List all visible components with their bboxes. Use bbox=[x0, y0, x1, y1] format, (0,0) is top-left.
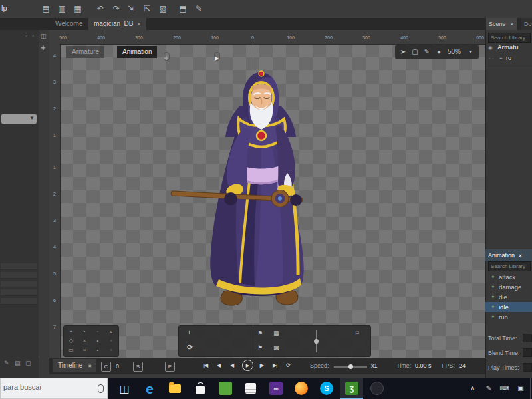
tab-partial[interactable]: Do bbox=[521, 18, 532, 30]
pose-tool-icon[interactable]: • bbox=[92, 346, 104, 354]
scene-search-input[interactable] bbox=[488, 33, 531, 43]
import-resource-icon[interactable]: ⇱ bbox=[140, 3, 154, 15]
magician-character[interactable] bbox=[170, 65, 336, 313]
play-button[interactable]: ▶ bbox=[242, 360, 253, 371]
pose-tool-icon[interactable]: ▭ bbox=[65, 346, 77, 354]
texture-set-icon[interactable]: ▧ bbox=[156, 3, 170, 15]
pen-tool-icon[interactable]: ✎ bbox=[422, 45, 432, 59]
animation-item-attack[interactable]: ✦ attack bbox=[485, 272, 532, 282]
toggle-s-button[interactable]: S bbox=[133, 362, 143, 372]
tray-chevron-up-icon[interactable]: ∧ bbox=[466, 378, 480, 399]
menu-label[interactable]: lp bbox=[1, 4, 7, 12]
tray-photos-icon[interactable]: ▣ bbox=[513, 378, 528, 399]
pose-tool-icon[interactable]: • bbox=[92, 336, 104, 345]
pen-icon[interactable]: ✎ bbox=[4, 360, 9, 366]
left-panel-dropdown[interactable]: ▼ bbox=[1, 114, 37, 124]
pose-tool-icon[interactable]: ◦ bbox=[92, 327, 104, 336]
pose-tool-icon[interactable]: + bbox=[65, 327, 77, 336]
chevron-down-icon[interactable]: ▼ bbox=[466, 45, 476, 59]
frame-icon[interactable]: ▢ bbox=[25, 360, 31, 366]
microphone-icon[interactable] bbox=[98, 384, 104, 393]
undo-icon[interactable]: ↶ bbox=[93, 3, 108, 15]
eye-icon[interactable]: ◉ bbox=[488, 43, 493, 53]
pose-tool-icon[interactable]: s bbox=[105, 327, 117, 336]
tab-armature-mode[interactable]: ✚Armature bbox=[66, 46, 104, 58]
publish-icon[interactable]: ✎ bbox=[192, 3, 206, 15]
taskbar-app-green[interactable] bbox=[214, 378, 237, 399]
visibility-dots-icon[interactable]: · · bbox=[489, 53, 494, 63]
tab-timeline[interactable]: Timeline ✕ bbox=[53, 359, 96, 372]
skip-to-end-button[interactable]: ▶| bbox=[273, 362, 277, 368]
taskbar-app-dragonbones[interactable]: ʒ bbox=[340, 378, 363, 399]
loop-toggle-button[interactable]: ⟳ bbox=[286, 362, 291, 368]
expand-plus-icon[interactable]: + bbox=[499, 53, 503, 63]
toggle-e-button[interactable]: E bbox=[165, 362, 175, 372]
animation-item-idle[interactable]: ✦ idle bbox=[485, 302, 532, 312]
export-icon[interactable]: ⬒ bbox=[176, 3, 190, 15]
blend-time-input[interactable] bbox=[523, 348, 532, 357]
panel-icon[interactable]: ▫ bbox=[25, 32, 27, 39]
tab-welcome[interactable]: Welcome bbox=[50, 18, 88, 30]
zoom-level[interactable]: 50% bbox=[444, 45, 464, 59]
tab-animation-mode[interactable]: ▶Animation bbox=[117, 46, 157, 58]
toggle-c-button[interactable]: C bbox=[101, 362, 111, 372]
pose-tool-icon[interactable]: ◦ bbox=[105, 336, 117, 345]
panel-icon[interactable]: ▫ bbox=[32, 32, 34, 39]
pose-tool-icon[interactable]: × bbox=[78, 336, 90, 345]
close-icon[interactable]: ✕ bbox=[510, 22, 514, 27]
flag-loop-icon[interactable]: ⚑ bbox=[257, 344, 263, 352]
new-project-icon[interactable]: ▤ bbox=[39, 3, 53, 15]
pose-tool-icon[interactable]: • bbox=[78, 327, 90, 336]
taskbar-app-media[interactable] bbox=[366, 378, 388, 399]
animation-item-run[interactable]: ✦ run bbox=[485, 312, 532, 322]
pose-tool-icon[interactable]: ◇ bbox=[65, 336, 77, 345]
taskbar-search-input[interactable] bbox=[2, 382, 91, 392]
taskbar-app-skype[interactable]: S bbox=[315, 378, 338, 399]
close-icon[interactable]: ✕ bbox=[136, 21, 141, 27]
tab-magician-db[interactable]: magician_DB✕ bbox=[88, 18, 146, 30]
onion-skin-before-icon[interactable]: ▦ bbox=[273, 329, 279, 337]
scene-tree-row[interactable]: ◉ Armatu bbox=[485, 43, 532, 53]
task-view-button[interactable]: ◫ bbox=[113, 378, 136, 399]
skip-to-start-button[interactable]: |◀ bbox=[203, 362, 207, 368]
animation-item-damage[interactable]: ✦ damage bbox=[485, 282, 532, 292]
scene-tree-row[interactable]: · · + ro bbox=[485, 53, 532, 63]
open-project-icon[interactable]: ▥ bbox=[55, 3, 69, 15]
pose-tool-icon[interactable]: ◦ bbox=[105, 346, 117, 354]
pose-tool-icon[interactable]: × bbox=[78, 346, 90, 354]
tray-pen-icon[interactable]: ✎ bbox=[481, 378, 496, 399]
animation-search-input[interactable] bbox=[488, 261, 531, 271]
play-backward-button[interactable]: ◀ bbox=[230, 362, 233, 368]
layers-icon[interactable]: ▤ bbox=[15, 360, 21, 366]
taskbar-app-edge[interactable]: e bbox=[138, 378, 161, 399]
panel-toggle-icon[interactable]: ◫ bbox=[41, 33, 47, 39]
cursor-tool-icon[interactable]: ➤ bbox=[398, 45, 408, 59]
play-times-input[interactable] bbox=[523, 363, 532, 372]
rotate-tool-icon[interactable]: ⟳ bbox=[187, 343, 193, 351]
prev-frame-button[interactable]: ◀| bbox=[217, 362, 221, 368]
taskbar-app-store[interactable] bbox=[189, 378, 211, 399]
move-tool-icon[interactable]: + bbox=[187, 329, 192, 336]
flag-prev-icon[interactable]: ⚑ bbox=[257, 329, 263, 337]
display-mode-icon[interactable]: ● bbox=[434, 45, 444, 59]
import-icon[interactable]: ⇲ bbox=[124, 3, 138, 15]
taskbar-app-notes[interactable] bbox=[239, 378, 262, 399]
tab-scene[interactable]: Scene ✕ bbox=[486, 18, 517, 30]
taskbar-app-firefox[interactable] bbox=[290, 378, 313, 399]
speed-slider-knob[interactable] bbox=[348, 364, 353, 369]
taskbar-app-purple[interactable]: ∞ bbox=[265, 378, 287, 399]
total-time-input[interactable] bbox=[523, 334, 532, 342]
tray-keyboard-icon[interactable]: ⌨ bbox=[497, 378, 512, 399]
close-icon[interactable]: ✕ bbox=[88, 364, 92, 368]
axis-slider-knob[interactable] bbox=[314, 339, 319, 344]
close-icon[interactable]: ✕ bbox=[519, 253, 523, 258]
flag-next-icon[interactable]: ⚐ bbox=[354, 329, 360, 337]
save-icon[interactable]: ▦ bbox=[70, 3, 85, 15]
frame-select-icon[interactable]: ▢ bbox=[410, 45, 420, 59]
onion-skin-after-icon[interactable]: ▩ bbox=[273, 344, 279, 352]
add-icon[interactable]: ✚ bbox=[41, 45, 46, 51]
next-frame-button[interactable]: |▶ bbox=[259, 362, 263, 368]
taskbar-app-file-explorer[interactable] bbox=[164, 378, 186, 399]
tab-animation-panel[interactable]: Animation ✕ bbox=[485, 249, 532, 261]
taskbar-search-box[interactable] bbox=[0, 378, 108, 399]
